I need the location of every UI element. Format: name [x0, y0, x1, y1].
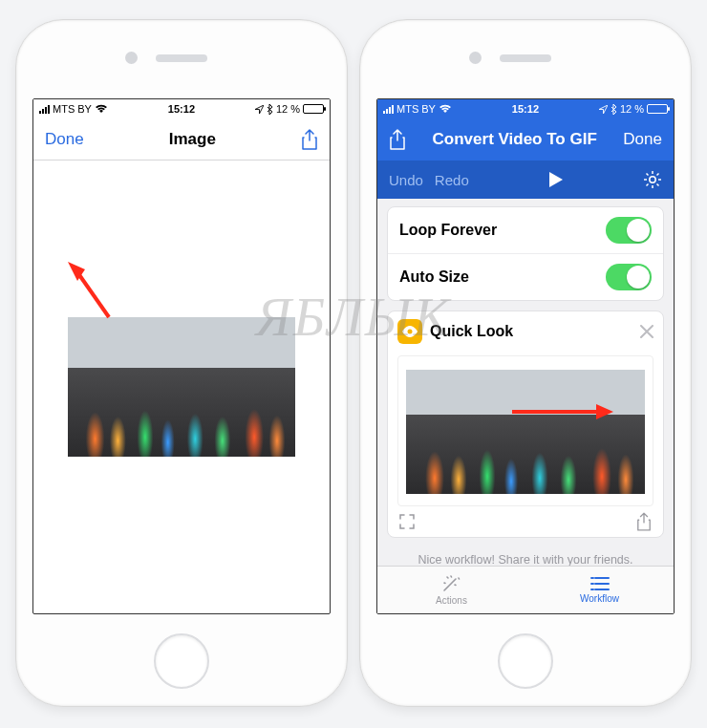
home-button[interactable] — [154, 633, 209, 689]
battery-percent: 12 % — [620, 103, 644, 115]
location-icon — [599, 105, 608, 114]
settings-card: Loop Forever Auto Size — [387, 206, 664, 301]
preview-image — [406, 370, 645, 494]
quick-look-card: Quick Look — [387, 310, 664, 538]
tab-bar: Actions Workflow — [377, 566, 674, 613]
play-button[interactable] — [549, 172, 563, 187]
settings-button[interactable] — [643, 170, 662, 189]
wifi-icon — [95, 104, 108, 114]
home-button[interactable] — [498, 633, 553, 689]
undo-button[interactable]: Undo — [389, 172, 423, 188]
share-button[interactable] — [301, 129, 318, 150]
share-icon — [389, 129, 406, 150]
done-button[interactable]: Done — [45, 130, 84, 149]
tab-workflow[interactable]: Workflow — [525, 567, 674, 613]
screen-right: MTS BY 15:12 12 % Convert Video To GIF D… — [376, 98, 675, 614]
close-button[interactable] — [640, 325, 653, 338]
quick-look-title: Quick Look — [430, 323, 513, 340]
navbar: Done Image — [33, 118, 330, 161]
expand-button[interactable] — [399, 514, 415, 529]
status-bar: MTS BY 15:12 12 % — [33, 99, 330, 118]
clock: 15:12 — [168, 103, 195, 115]
screen-left: MTS BY 15:12 12 % Done Image — [32, 98, 331, 614]
close-icon — [640, 325, 653, 338]
share-icon — [301, 129, 318, 150]
quick-look-icon — [397, 319, 422, 344]
carrier-label: MTS BY — [396, 103, 436, 115]
workflow-toolbar: Undo Redo — [377, 161, 674, 199]
preview-frame — [397, 355, 653, 506]
wifi-icon — [439, 104, 452, 114]
speaker — [500, 54, 551, 62]
phone-left: MTS BY 15:12 12 % Done Image — [15, 19, 348, 707]
signal-icon — [383, 105, 394, 114]
front-camera — [469, 52, 482, 64]
tab-label: Workflow — [580, 593, 619, 604]
battery-percent: 12 % — [276, 103, 300, 115]
bluetooth-icon — [611, 104, 617, 115]
share-nav-button[interactable] — [389, 129, 406, 150]
page-title: Convert Video To GIF — [433, 130, 597, 149]
image-viewer[interactable] — [33, 161, 330, 613]
status-bar: MTS BY 15:12 12 % — [377, 99, 674, 118]
eye-icon — [402, 326, 418, 337]
wand-icon — [441, 574, 462, 593]
toggle-auto-size[interactable] — [606, 264, 652, 290]
bluetooth-icon — [267, 104, 273, 115]
location-icon — [255, 105, 264, 114]
share-icon — [636, 512, 652, 531]
signal-icon — [39, 105, 50, 114]
row-label: Auto Size — [399, 268, 469, 286]
row-loop-forever: Loop Forever — [388, 207, 663, 253]
svg-point-3 — [650, 177, 655, 182]
play-icon — [549, 172, 563, 187]
carrier-label: MTS BY — [53, 103, 92, 115]
toggle-loop-forever[interactable] — [606, 217, 652, 244]
clock: 15:12 — [512, 103, 539, 115]
expand-icon — [399, 514, 415, 529]
svg-marker-2 — [549, 172, 563, 187]
gear-icon — [643, 170, 662, 189]
battery-icon — [647, 104, 668, 114]
redo-button[interactable]: Redo — [435, 172, 469, 188]
done-button[interactable]: Done — [623, 130, 662, 149]
phone-right: MTS BY 15:12 12 % Convert Video To GIF D… — [359, 19, 692, 707]
navbar: Convert Video To GIF Done — [377, 118, 674, 161]
list-icon — [589, 576, 611, 591]
share-message: Nice workflow! Share it with your friend… — [387, 553, 664, 566]
workflow-content: Loop Forever Auto Size Qu — [377, 199, 674, 566]
battery-icon — [303, 104, 324, 114]
preview-share-button[interactable] — [636, 512, 652, 531]
page-title: Image — [169, 130, 216, 149]
row-label: Loop Forever — [399, 222, 497, 239]
speaker — [156, 54, 207, 62]
front-camera — [125, 52, 138, 64]
image-preview — [68, 317, 295, 457]
tab-actions[interactable]: Actions — [377, 567, 525, 613]
tab-label: Actions — [436, 595, 467, 606]
svg-point-4 — [408, 330, 413, 334]
row-auto-size: Auto Size — [388, 253, 663, 300]
